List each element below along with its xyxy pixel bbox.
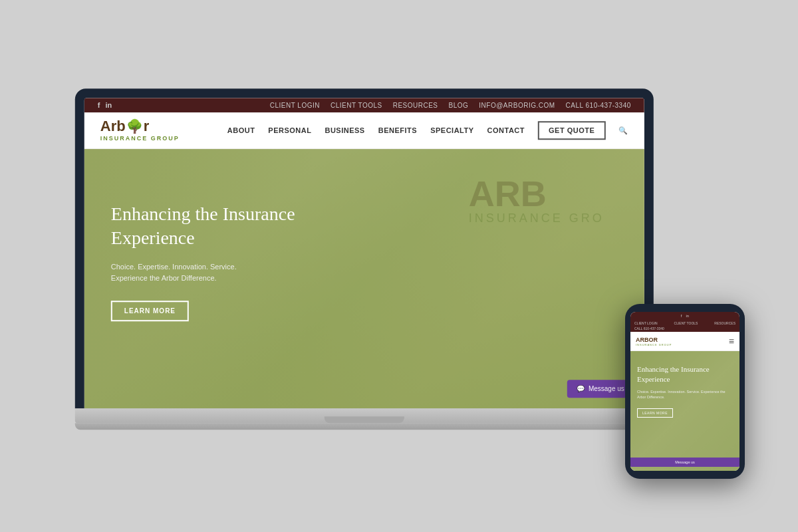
mobile-screen: f in CLIENT LOGIN CLIENT TOOLS RESOURCES… [630, 312, 739, 471]
nav-benefits[interactable]: BENEFITS [378, 126, 417, 134]
message-label: Message us [589, 385, 624, 392]
mobile-message-button[interactable]: Message us [630, 458, 739, 467]
mobile-logo-text: ARBOR [636, 336, 672, 343]
nav-personal[interactable]: PERSONAL [268, 126, 311, 134]
hero-subtitle-line2: Experience the Arbor Difference. [111, 275, 217, 283]
mobile-logo: ARBOR INSURANCE GROUP [636, 336, 672, 346]
mobile-outer: f in CLIENT LOGIN CLIENT TOOLS RESOURCES… [625, 304, 745, 479]
hero-learn-more-button[interactable]: LEARN MORE [111, 301, 189, 321]
logo-part1: Arb [100, 119, 126, 134]
email-link[interactable]: INFO@ARBORIG.COM [479, 102, 555, 109]
message-us-button[interactable]: 💬 Message us [567, 380, 634, 398]
resources-link[interactable]: RESOURCES [393, 102, 438, 109]
message-icon: 💬 [577, 385, 585, 392]
website: f in CLIENT LOGIN CLIENT TOOLS RESOURCES… [84, 98, 644, 408]
mobile-hero-title: Enhancing the Insurance Experience [637, 364, 733, 385]
hero-watermark: ARB INSURANCE GRO [469, 176, 604, 225]
nav-about[interactable]: ABOUT [227, 126, 255, 134]
logo-name: Arb 🌳 r [100, 119, 180, 134]
mobile-top-bar: f in [630, 312, 739, 320]
phone-link[interactable]: CALL 610-437-3340 [566, 102, 631, 109]
mobile-logo-sub: INSURANCE GROUP [636, 343, 672, 346]
mobile-hero-content: Enhancing the Insurance Experience Choic… [630, 351, 739, 424]
top-bar-links: CLIENT LOGIN CLIENT TOOLS RESOURCES BLOG… [270, 102, 631, 109]
laptop: f in CLIENT LOGIN CLIENT TOOLS RESOURCES… [75, 88, 654, 430]
laptop-screen-outer: f in CLIENT LOGIN CLIENT TOOLS RESOURCES… [75, 88, 654, 408]
linkedin-icon[interactable]: in [105, 101, 112, 109]
mobile-hero-subtitle: Choice. Expertise. Innovation. Service. … [637, 389, 733, 400]
mobile-util-bar: CLIENT LOGIN CLIENT TOOLS RESOURCES CALL… [630, 320, 739, 332]
blog-link[interactable]: BLOG [449, 102, 469, 109]
mobile-linkedin-icon: in [686, 314, 690, 318]
laptop-base [75, 408, 654, 423]
tree-icon: 🌳 [126, 120, 143, 133]
mobile-nav: ARBOR INSURANCE GROUP ≡ [630, 332, 739, 351]
laptop-foot [75, 423, 654, 430]
scene: f in CLIENT LOGIN CLIENT TOOLS RESOURCES… [0, 0, 798, 532]
hero-title: Enhancing the Insurance Experience [111, 202, 350, 251]
laptop-screen-inner: f in CLIENT LOGIN CLIENT TOOLS RESOURCES… [84, 98, 644, 408]
logo-part2: r [144, 119, 150, 134]
client-tools-link[interactable]: CLIENT TOOLS [331, 102, 382, 109]
hero-section: ARB INSURANCE GRO Enhancing the Insuranc… [84, 149, 644, 408]
hero-subtitle-line1: Choice. Expertise. Innovation. Service. [111, 263, 237, 271]
search-icon[interactable]: 🔍 [618, 126, 628, 135]
watermark-text1: ARB [469, 176, 604, 211]
logo-sub: INSURANCE GROUP [100, 135, 180, 142]
nav-specialty[interactable]: SPECIALTY [430, 126, 473, 134]
hero-subtitle: Choice. Expertise. Innovation. Service. … [111, 261, 350, 285]
nav-contact[interactable]: CONTACT [487, 126, 525, 134]
mobile-learn-more-button[interactable]: LEARN MORE [637, 408, 673, 418]
mobile-phone: f in CLIENT LOGIN CLIENT TOOLS RESOURCES… [625, 304, 745, 479]
mob-client-tools: CLIENT TOOLS [674, 321, 698, 325]
hero-content: Enhancing the Insurance Experience Choic… [84, 149, 377, 348]
client-login-link[interactable]: CLIENT LOGIN [270, 102, 320, 109]
watermark-text2: INSURANCE GRO [469, 211, 604, 225]
mob-resources: RESOURCES [714, 321, 735, 325]
mobile-hero: Enhancing the Insurance Experience Choic… [630, 351, 739, 471]
nav-links: ABOUT PERSONAL BUSINESS BENEFITS SPECIAL… [227, 121, 628, 140]
mob-call: CALL 610-437-3340 [634, 327, 664, 331]
mob-client-login: CLIENT LOGIN [634, 321, 658, 325]
nav-business[interactable]: BUSINESS [325, 126, 364, 134]
get-quote-button[interactable]: GET QUOTE [538, 121, 605, 140]
facebook-icon[interactable]: f [98, 101, 100, 109]
nav-bar: Arb 🌳 r INSURANCE GROUP ABOUT PERSONAL B… [84, 112, 644, 149]
top-bar: f in CLIENT LOGIN CLIENT TOOLS RESOURCES… [84, 98, 644, 112]
mobile-facebook-icon: f [681, 314, 682, 318]
top-bar-social: f in [98, 101, 112, 109]
hamburger-menu-icon[interactable]: ≡ [729, 336, 734, 346]
logo: Arb 🌳 r INSURANCE GROUP [100, 119, 180, 142]
